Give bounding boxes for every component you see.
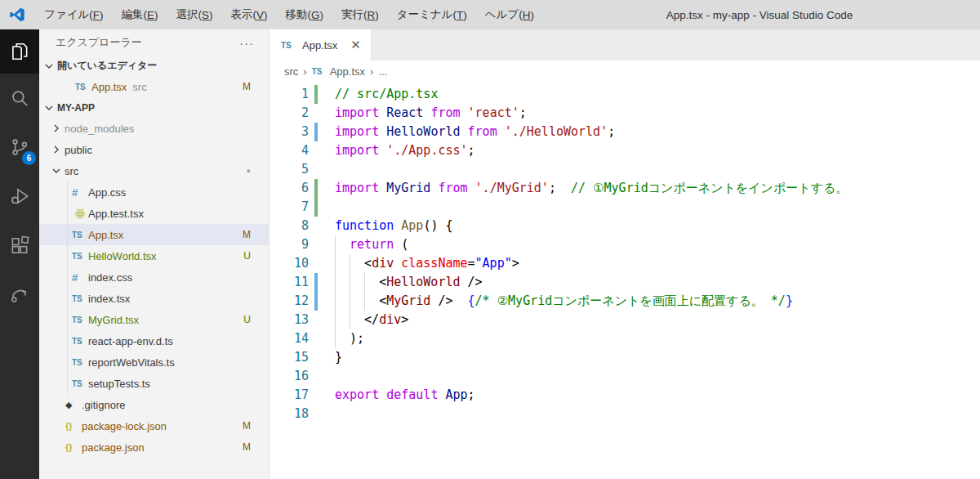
chevron-down-icon	[42, 101, 56, 114]
code-line-12[interactable]: 12<MyGrid /> {/* ②MyGridコンポーネントを画面上に配置する…	[270, 292, 980, 311]
line-number[interactable]: 1	[270, 85, 309, 104]
breadcrumb: src›TSApp.tsx›...	[270, 60, 980, 83]
indent-guide	[335, 235, 350, 254]
source-control-icon[interactable]: 6	[0, 123, 39, 172]
code-line-7[interactable]: 7	[270, 198, 980, 217]
menu-item-r[interactable]: 実行(R)	[332, 0, 388, 29]
css-icon: #	[72, 271, 88, 284]
line-number[interactable]: 5	[270, 160, 309, 179]
code-line-1[interactable]: 1// src/App.tsx	[270, 85, 980, 104]
gutter-change-bar	[314, 179, 318, 198]
line-number[interactable]: 9	[270, 235, 309, 254]
menu-item-e[interactable]: 編集(E)	[113, 0, 167, 29]
source-control-badge: 6	[22, 151, 36, 165]
line-number[interactable]: 8	[270, 217, 309, 235]
git-status-badge: M	[243, 81, 251, 92]
explorer-sidebar: エクスプローラー ··· 開いているエディター TSApp.tsxsrcM MY…	[39, 29, 270, 479]
line-number[interactable]: 13	[270, 311, 309, 329]
line-number[interactable]: 7	[270, 198, 309, 217]
typescript-icon: TS	[72, 252, 88, 261]
tree-file-App.css[interactable]: #App.css	[39, 181, 269, 203]
line-number[interactable]: 3	[270, 123, 309, 141]
code-line-9[interactable]: 9return (	[270, 235, 980, 254]
search-icon[interactable]	[0, 74, 39, 123]
code-line-11[interactable]: 11<HelloWorld />	[270, 273, 980, 292]
extensions-icon[interactable]	[0, 221, 39, 270]
code-line-16[interactable]: 16	[270, 367, 980, 386]
indent-guide	[335, 292, 350, 311]
code-line-14[interactable]: 14);	[270, 329, 980, 348]
tree-file-package.json[interactable]: {}package.jsonM	[39, 436, 269, 458]
code-line-13[interactable]: 13</div>	[270, 311, 980, 329]
indent-guide	[67, 181, 68, 203]
line-number[interactable]: 17	[270, 386, 309, 405]
gutter-change-bar	[314, 123, 318, 141]
chevron-right-icon	[50, 143, 63, 156]
menu-item-f[interactable]: ファイル(F)	[35, 0, 113, 29]
menu-item-h[interactable]: ヘルプ(H)	[476, 0, 543, 29]
menu-item-t[interactable]: ターミナル(T)	[388, 0, 476, 29]
typescript-icon: TS	[281, 41, 302, 50]
code-line-6[interactable]: 6import MyGrid from './MyGrid'; // ①MyGr…	[270, 179, 980, 198]
more-actions-icon[interactable]: ···	[234, 36, 259, 50]
line-number[interactable]: 11	[270, 273, 309, 292]
code-line-8[interactable]: 8function App() {	[270, 217, 980, 235]
tree-file-setupTests.ts[interactable]: TSsetupTests.ts	[39, 373, 269, 394]
line-number[interactable]: 2	[270, 104, 309, 123]
run-debug-icon[interactable]	[0, 172, 39, 221]
code-line-15[interactable]: 15}	[270, 348, 980, 367]
indent-guide	[350, 273, 364, 292]
tree-file-.gitignore[interactable]: ◆.gitignore	[39, 394, 269, 415]
line-number[interactable]: 4	[270, 141, 309, 160]
tree-folder-src[interactable]: src●	[39, 160, 269, 181]
menu-item-s[interactable]: 選択(S)	[167, 0, 222, 29]
close-icon[interactable]: ✕	[350, 38, 361, 52]
line-number[interactable]: 14	[270, 329, 309, 348]
code-line-10[interactable]: 10<div className="App">	[270, 254, 980, 273]
menu-item-g[interactable]: 移動(G)	[277, 0, 333, 29]
menu-item-v[interactable]: 表示(V)	[222, 0, 277, 29]
tree-file-package-lock.json[interactable]: {}package-lock.jsonM	[39, 415, 269, 436]
tree-file-App.tsx[interactable]: TSApp.tsxM	[39, 224, 269, 245]
tree-file-HelloWorld.tsx[interactable]: TSHelloWorld.tsxU	[39, 245, 269, 266]
code-editor[interactable]: 1// src/App.tsx2import React from 'react…	[270, 83, 980, 479]
tree-folder-node_modules[interactable]: node_modules	[39, 118, 269, 139]
gutter-change-bar	[314, 254, 318, 273]
breadcrumb-item-src[interactable]: src	[284, 65, 298, 78]
code-line-3[interactable]: 3import HelloWorld from './HelloWorld';	[270, 123, 980, 141]
tab-App.tsx[interactable]: TSApp.tsx✕	[270, 29, 372, 60]
line-number[interactable]: 12	[270, 292, 309, 311]
explorer-icon[interactable]	[0, 29, 39, 74]
line-number[interactable]: 10	[270, 254, 309, 273]
activity-bar: 6	[0, 29, 39, 479]
typescript-icon: TS	[72, 337, 88, 346]
editor-group: TSApp.tsx✕ src›TSApp.tsx›... 1// src/App…	[270, 29, 980, 479]
tree-file-App.test.tsx[interactable]: App.test.tsx	[39, 203, 269, 224]
indent-guide	[67, 309, 68, 330]
live-share-icon[interactable]	[0, 270, 39, 319]
project-root-section[interactable]: MY-APP	[39, 97, 269, 118]
tree-folder-public[interactable]: public	[39, 139, 269, 160]
tree-file-reportWebVitals.ts[interactable]: TSreportWebVitals.ts	[39, 351, 269, 373]
tree-file-index.tsx[interactable]: TSindex.tsx	[39, 288, 269, 309]
code-line-17[interactable]: 17export default App;	[270, 386, 980, 405]
indent-guide	[350, 292, 364, 311]
tree-file-index.css[interactable]: #index.css	[39, 266, 269, 288]
breadcrumb-item-...[interactable]: ...	[378, 65, 387, 78]
tree-file-react-app-env.d.ts[interactable]: TSreact-app-env.d.ts	[39, 330, 269, 351]
open-editors-section[interactable]: 開いているエディター	[39, 56, 269, 76]
code-line-5[interactable]: 5	[270, 160, 980, 179]
breadcrumb-separator-icon: ›	[303, 65, 306, 78]
line-number[interactable]: 18	[270, 405, 309, 423]
code-line-18[interactable]: 18	[270, 405, 980, 423]
line-number[interactable]: 16	[270, 367, 309, 386]
line-number[interactable]: 15	[270, 348, 309, 367]
tree-file-MyGrid.tsx[interactable]: TSMyGrid.tsxU	[39, 309, 269, 330]
code-line-4[interactable]: 4import './App.css';	[270, 141, 980, 160]
git-status-badge: U	[243, 314, 251, 325]
breadcrumb-item-App.tsx[interactable]: TSApp.tsx	[312, 65, 365, 78]
open-editor-item[interactable]: TSApp.tsxsrcM	[39, 76, 269, 97]
code-line-2[interactable]: 2import React from 'react';	[270, 104, 980, 123]
line-number[interactable]: 6	[270, 179, 309, 198]
project-root-label: MY-APP	[57, 102, 95, 114]
